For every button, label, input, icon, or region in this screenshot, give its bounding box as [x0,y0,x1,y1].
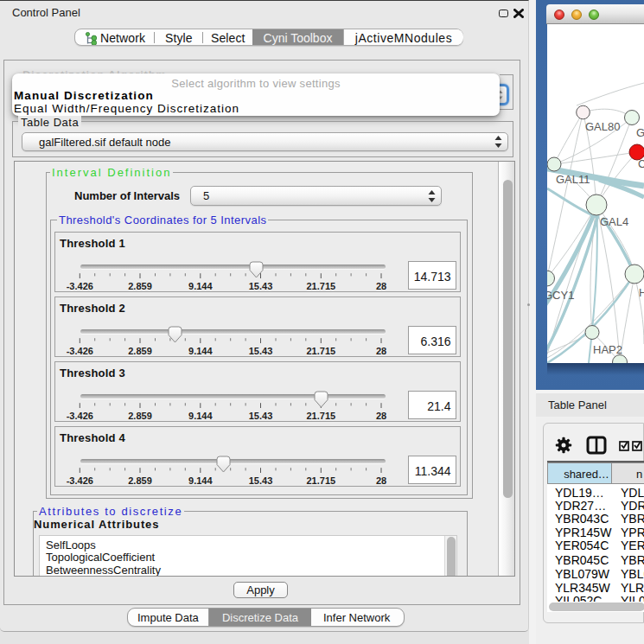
svg-text:C: C [638,157,644,170]
svg-text:HAP2: HAP2 [593,343,622,356]
svg-text:H: H [639,286,644,299]
svg-text:G: G [636,126,644,139]
svg-text:GAL80: GAL80 [585,120,620,133]
svg-text:GAL4: GAL4 [600,215,628,228]
svg-text:GAL11: GAL11 [556,173,590,186]
svg-text:GCY1: GCY1 [547,289,574,302]
